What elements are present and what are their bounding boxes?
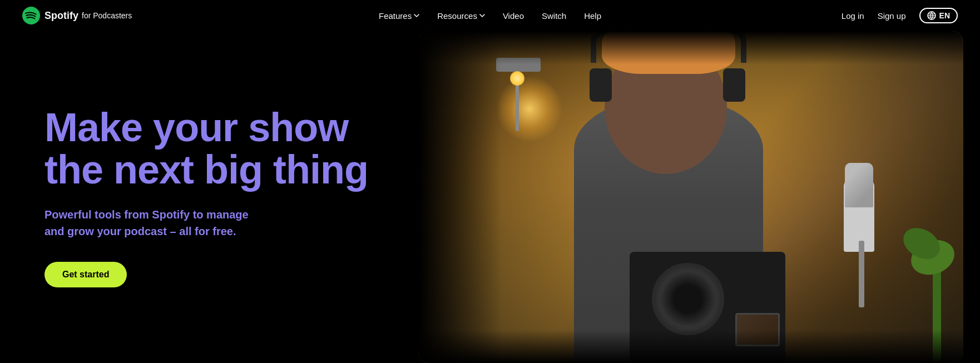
hero-title-line1: Make your show — [44, 105, 348, 150]
microphone-stand — [859, 241, 864, 307]
brand-name: Spotify — [44, 10, 78, 22]
logo[interactable]: Spotify for Podcasters — [22, 7, 132, 24]
signup-link[interactable]: Sign up — [878, 11, 906, 21]
nav-help[interactable]: Help — [584, 11, 601, 21]
language-label: EN — [939, 11, 950, 20]
logo-tagline: for Podcasters — [82, 11, 132, 20]
lamp-bulb — [510, 71, 524, 86]
nav-features[interactable]: Features — [379, 11, 419, 21]
hero-subtitle: Powerful tools from Spotify to manageand… — [44, 206, 373, 240]
hero-title: Make your show the next big thing — [44, 107, 373, 191]
get-started-button[interactable]: Get started — [44, 262, 127, 287]
nav-help-label: Help — [584, 11, 601, 21]
bottom-fade-overlay — [418, 330, 963, 363]
nav-features-label: Features — [379, 11, 412, 21]
hero-section: Make your show the next big thing Powerf… — [0, 31, 980, 363]
svg-point-0 — [22, 7, 40, 24]
hero-image-placeholder — [418, 31, 963, 363]
nav-resources[interactable]: Resources — [437, 11, 485, 21]
headphone-left-ear — [590, 68, 612, 102]
hero-image — [418, 31, 963, 363]
nav-video[interactable]: Video — [503, 11, 524, 21]
camera-lens — [652, 263, 724, 335]
navbar: Spotify for Podcasters Features Resource… — [0, 0, 980, 31]
nav-switch-label: Switch — [542, 11, 566, 21]
navbar-left: Spotify for Podcasters — [22, 7, 132, 24]
lamp-glow — [496, 76, 563, 142]
login-link[interactable]: Log in — [842, 11, 864, 21]
language-button[interactable]: EN — [919, 8, 958, 23]
headphone-right-ear — [723, 68, 745, 102]
top-fade-overlay — [418, 31, 963, 64]
hero-text: Make your show the next big thing Powerf… — [0, 107, 417, 287]
logo-text: Spotify for Podcasters — [44, 10, 132, 22]
nav-video-label: Video — [503, 11, 524, 21]
hero-title-line2: the next big thing — [44, 147, 368, 192]
navbar-right: Log in Sign up EN — [842, 8, 958, 23]
nav-resources-label: Resources — [437, 11, 477, 21]
chevron-down-icon — [414, 13, 419, 18]
globe-icon — [927, 11, 936, 20]
nav-switch[interactable]: Switch — [542, 11, 566, 21]
navbar-center: Features Resources Video Switch Help — [379, 11, 601, 21]
left-fade-overlay — [418, 31, 502, 363]
chevron-down-icon-2 — [479, 13, 485, 18]
spotify-logo-icon — [22, 7, 40, 24]
microphone-grille — [845, 163, 873, 207]
